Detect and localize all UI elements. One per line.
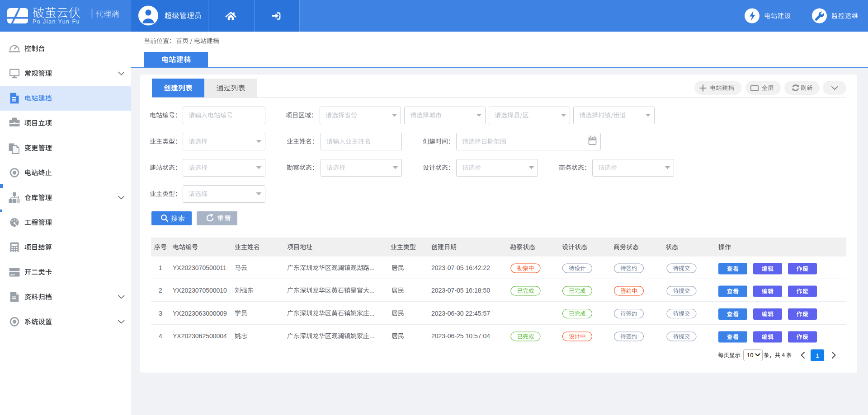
svg-text:2: 2: [159, 287, 162, 294]
svg-text:Po Jian Yun Fu: Po Jian Yun Fu: [33, 19, 80, 25]
svg-text:2023-06-25 10:57:04: 2023-06-25 10:57:04: [431, 332, 490, 340]
svg-text:YX2023070500011: YX2023070500011: [173, 264, 226, 271]
svg-text:2023-06-30 22:45:57: 2023-06-30 22:45:57: [431, 310, 490, 317]
svg-text:...: ...: [369, 287, 375, 294]
svg-text:YX2023062500004: YX2023062500004: [173, 332, 227, 340]
svg-text:...: ...: [369, 264, 375, 271]
svg-text:...: ...: [369, 310, 375, 317]
svg-text:1: 1: [159, 264, 162, 271]
svg-text:YX2023063000009: YX2023063000009: [173, 310, 227, 317]
svg-text:4: 4: [159, 332, 162, 340]
svg-text:YX2023070500010: YX2023070500010: [173, 287, 227, 294]
svg-text:1: 1: [816, 352, 819, 359]
svg-text:3: 3: [159, 310, 162, 317]
svg-text:10: 10: [747, 352, 753, 359]
svg-text:2023-07-05 16:42:22: 2023-07-05 16:42:22: [431, 264, 490, 271]
svg-text:2023-07-05 16:18:50: 2023-07-05 16:18:50: [431, 287, 490, 294]
svg-text:...: ...: [369, 332, 375, 340]
